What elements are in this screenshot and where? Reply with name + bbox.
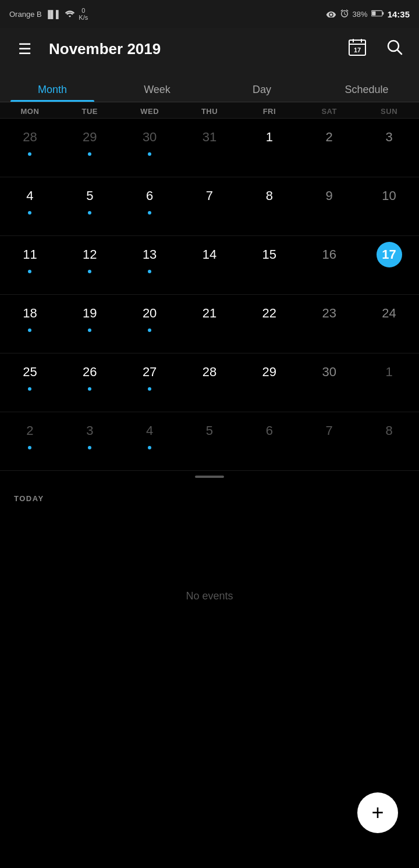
calendar-day[interactable]: 1 — [359, 353, 419, 412]
date-number: 11 — [17, 242, 42, 267]
menu-icon[interactable]: ☰ — [12, 40, 37, 58]
calendar-day[interactable]: 26 — [60, 353, 120, 412]
date-number: 2 — [317, 124, 342, 150]
event-dot — [148, 328, 151, 332]
event-dot — [88, 328, 91, 332]
date-number: 8 — [377, 418, 402, 444]
calendar-day[interactable]: 20 — [120, 295, 180, 353]
tab-schedule[interactable]: Schedule — [314, 84, 419, 102]
date-number: 22 — [257, 301, 282, 326]
calendar-day[interactable]: 12 — [60, 236, 120, 294]
calendar-day[interactable]: 9 — [299, 177, 359, 235]
calendar-day[interactable]: 7 — [180, 177, 240, 235]
date-number: 2 — [17, 418, 42, 444]
calendar-week-3: 11121314151617 — [0, 236, 419, 295]
date-number: 12 — [77, 242, 102, 267]
calendar-day[interactable]: 6 — [239, 412, 299, 470]
calendar-day[interactable]: 23 — [299, 295, 359, 353]
svg-line-9 — [397, 50, 402, 54]
calendar-day[interactable]: 4 — [0, 177, 60, 235]
calendar-day[interactable]: 25 — [0, 353, 60, 412]
battery-icon — [371, 10, 384, 19]
calendar-day[interactable]: 7 — [299, 412, 359, 470]
event-dot — [148, 446, 151, 449]
event-dot — [28, 152, 31, 156]
calendar-day[interactable]: 30 — [120, 119, 180, 177]
svg-rect-2 — [372, 11, 375, 15]
date-number: 7 — [317, 418, 342, 444]
col-mon: MON — [0, 107, 60, 116]
calendar-day[interactable]: 6 — [120, 177, 180, 235]
add-event-button[interactable]: + — [357, 792, 398, 833]
calendar-day[interactable]: 13 — [120, 236, 180, 294]
date-number: 5 — [197, 418, 222, 444]
calendar-day[interactable]: 16 — [299, 236, 359, 294]
calendar-day[interactable]: 29 — [239, 353, 299, 412]
event-dot — [28, 211, 31, 215]
date-number: 26 — [77, 359, 102, 385]
app-header: ☰ November 2019 17 — [0, 28, 419, 70]
date-number: 16 — [317, 242, 342, 267]
svg-text:17: 17 — [354, 47, 361, 53]
calendar-day[interactable]: 2 — [299, 119, 359, 177]
date-number: 5 — [77, 183, 102, 209]
search-icon[interactable] — [382, 38, 407, 60]
calendar-day[interactable]: 1 — [239, 119, 299, 177]
calendar-day[interactable]: 24 — [359, 295, 419, 353]
event-dot — [148, 387, 151, 391]
calendar-day[interactable]: 8 — [239, 177, 299, 235]
drag-handle-bar — [195, 476, 224, 478]
calendar-day[interactable]: 30 — [299, 353, 359, 412]
date-number: 29 — [257, 359, 282, 385]
date-number: 20 — [137, 301, 162, 326]
date-number: 31 — [197, 124, 222, 150]
col-sun: SUN — [359, 107, 419, 116]
calendar-day[interactable]: 5 — [180, 412, 240, 470]
calendar-day[interactable]: 2 — [0, 412, 60, 470]
calendar-day[interactable]: 14 — [180, 236, 240, 294]
calendar-day[interactable]: 28 — [0, 119, 60, 177]
calendar-day[interactable]: 11 — [0, 236, 60, 294]
event-dot — [88, 152, 91, 156]
tab-day[interactable]: Day — [210, 84, 314, 102]
calendar-day[interactable]: 28 — [180, 353, 240, 412]
calendar-day[interactable]: 31 — [180, 119, 240, 177]
status-right: 38% 14:35 — [326, 9, 410, 20]
battery-label: 38% — [353, 10, 368, 19]
calendar-day[interactable]: 18 — [0, 295, 60, 353]
calendar-day[interactable]: 4 — [120, 412, 180, 470]
calendar-grid: 2829303112345678910111213141516171819202… — [0, 119, 419, 471]
date-number: 27 — [137, 359, 162, 385]
date-number: 23 — [317, 301, 342, 326]
header-title: November 2019 — [49, 40, 333, 58]
calendar-day[interactable]: 10 — [359, 177, 419, 235]
date-number: 21 — [197, 301, 222, 326]
tab-week[interactable]: Week — [105, 84, 210, 102]
calendar-day[interactable]: 3 — [359, 119, 419, 177]
event-dot — [28, 446, 31, 449]
tab-month[interactable]: Month — [0, 84, 105, 102]
event-dot — [88, 387, 91, 391]
calendar-today-icon[interactable]: 17 — [345, 38, 370, 60]
calendar-day[interactable]: 5 — [60, 177, 120, 235]
col-wed: WED — [120, 107, 180, 116]
calendar-day[interactable]: 19 — [60, 295, 120, 353]
date-number: 30 — [317, 359, 342, 385]
drag-handle[interactable] — [0, 471, 419, 483]
date-number: 28 — [197, 359, 222, 385]
calendar-day[interactable]: 29 — [60, 119, 120, 177]
date-number: 25 — [17, 359, 42, 385]
calendar-day[interactable]: 21 — [180, 295, 240, 353]
date-number: 30 — [137, 124, 162, 150]
calendar-day[interactable]: 27 — [120, 353, 180, 412]
col-fri: FRI — [239, 107, 299, 116]
calendar-day[interactable]: 3 — [60, 412, 120, 470]
calendar-day[interactable]: 8 — [359, 412, 419, 470]
calendar-day[interactable]: 17 — [359, 236, 419, 294]
date-number: 4 — [137, 418, 162, 444]
event-dot — [88, 270, 91, 273]
status-bar: Orange B ▐▌▌ 0K/s 38% 14:35 — [0, 0, 419, 28]
alarm-icon — [340, 9, 349, 20]
calendar-day[interactable]: 22 — [239, 295, 299, 353]
calendar-day[interactable]: 15 — [239, 236, 299, 294]
